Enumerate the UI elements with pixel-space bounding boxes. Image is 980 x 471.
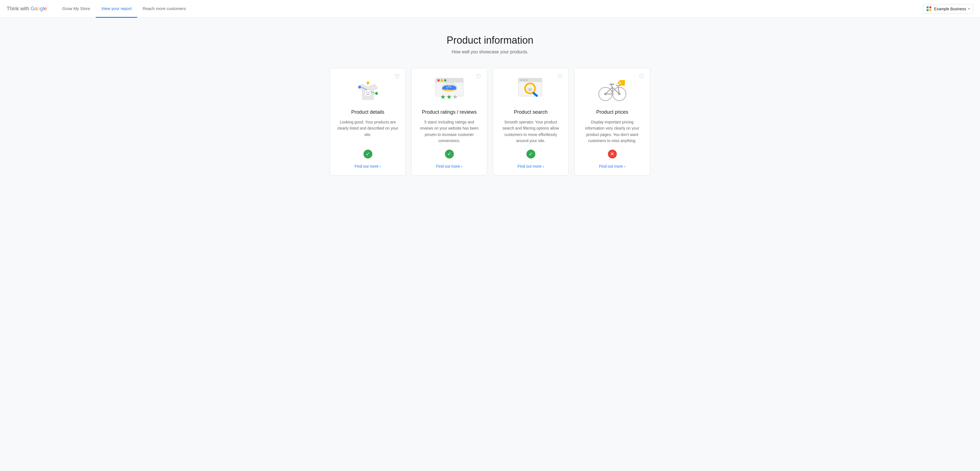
page-subtitle: How well you showcase your products. [330,49,650,54]
svg-point-15 [438,79,440,81]
page-title: Product information [330,35,650,46]
card-status-product-prices: ✕ [608,150,617,159]
svg-point-28 [523,79,525,81]
brand-logo[interactable]: Think with Google [7,6,47,12]
svg-point-9 [375,92,378,95]
favorite-heart-icon-4[interactable]: ♡ [639,74,644,80]
svg-point-27 [520,79,522,81]
find-out-more-product-ratings[interactable]: Find out more › [436,164,463,169]
card-product-search: ♡ [493,68,569,175]
status-fail-icon: ✕ [608,150,617,159]
card-description-product-search: Smooth operator. Your product search and… [500,119,562,144]
card-status-product-details: ✓ [363,150,372,159]
card-description-product-ratings: 5 stars! Including ratings and reviews o… [418,119,480,144]
svg-point-47 [619,82,621,83]
card-illustration-product-prices [596,76,629,104]
card-title-product-prices: Product prices [596,109,628,115]
card-product-details: ♡ [330,68,406,175]
svg-point-29 [526,79,528,81]
svg-rect-1 [929,6,931,8]
find-out-more-product-details[interactable]: Find out more › [355,164,381,169]
cards-grid: ♡ [330,68,650,175]
main-content: Product information How well you showcas… [323,18,657,198]
navigation: Think with Google Grow My Store View you… [0,0,980,18]
business-icon [926,6,932,12]
status-pass-icon: ✓ [363,150,372,159]
svg-rect-0 [927,6,929,8]
svg-point-11 [366,81,369,84]
svg-line-42 [611,84,612,87]
chevron-right-icon-4: › [624,164,625,169]
svg-point-17 [444,79,446,81]
nav-grow-my-store[interactable]: Grow My Store [57,0,95,18]
favorite-heart-icon[interactable]: ♡ [395,74,400,80]
svg-point-16 [441,79,443,81]
nav-reach-more-customers[interactable]: Reach more customers [137,0,191,18]
svg-point-4 [364,90,371,97]
card-title-product-details: Product details [351,109,384,115]
svg-line-48 [616,83,618,84]
business-name: Example Business [934,7,966,11]
card-description-product-prices: Display important pricing information ve… [581,119,643,144]
card-title-product-ratings: Product ratings / reviews [422,109,477,115]
svg-rect-2 [927,9,929,11]
status-pass-icon-3: ✓ [527,150,535,159]
svg-point-32 [530,91,531,91]
chevron-right-icon-3: › [542,164,544,169]
svg-point-6 [369,92,369,93]
svg-text:★: ★ [452,94,458,100]
card-illustration-product-search [514,76,547,104]
find-out-more-product-search[interactable]: Find out more › [517,164,544,169]
nav-view-your-report[interactable]: View your report [95,0,137,18]
card-description-product-details: Looking good. Your products are clearly … [337,119,399,144]
card-product-ratings: ♡ [411,68,487,175]
status-pass-icon-2: ✓ [445,150,454,159]
nav-right: Example Business ▾ [923,4,973,14]
favorite-heart-icon-3[interactable]: ♡ [557,74,563,80]
chevron-down-icon: ▾ [968,7,970,10]
svg-point-46 [611,92,614,95]
card-illustration-product-details [351,76,385,104]
card-status-product-search: ✓ [527,150,535,159]
business-selector[interactable]: Example Business ▾ [923,4,973,14]
svg-point-5 [366,92,367,93]
card-title-product-search: Product search [514,109,547,115]
card-status-product-ratings: ✓ [445,150,454,159]
chevron-right-icon-2: › [461,164,463,169]
svg-point-7 [358,86,361,88]
find-out-more-product-prices[interactable]: Find out more › [599,164,625,169]
svg-rect-3 [929,9,931,11]
chevron-right-icon: › [380,164,381,169]
favorite-heart-icon-2[interactable]: ♡ [476,74,481,80]
svg-text:★: ★ [446,94,452,100]
brand-text: Think with Google [7,6,47,12]
svg-rect-43 [609,84,614,85]
nav-links: Grow My Store View your report Reach mor… [57,0,923,18]
svg-text:★: ★ [440,94,446,100]
card-product-prices: ♡ [574,68,650,175]
card-illustration-product-ratings: ★ ★ ★ [433,76,466,104]
